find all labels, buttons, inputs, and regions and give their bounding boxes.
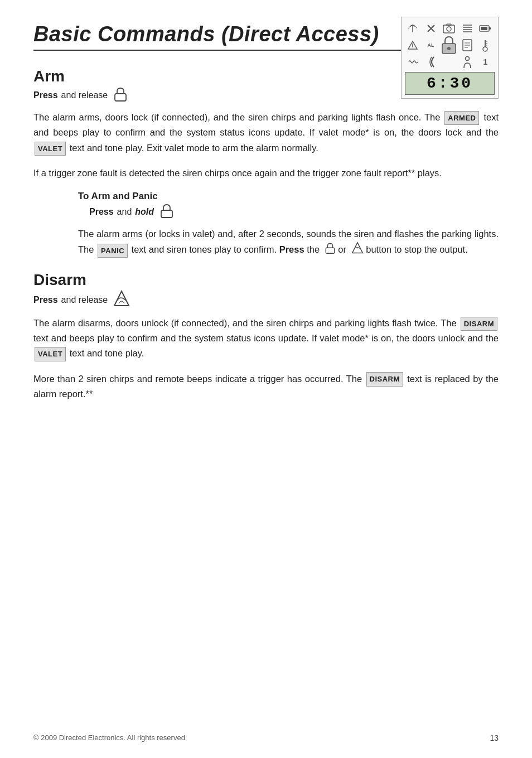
arm-panic-body: The alarm arms (or locks in valet) and, … — [78, 226, 499, 259]
icon-camera — [441, 21, 457, 36]
lock-icon-2 — [159, 203, 174, 221]
lock-icon-small — [325, 242, 336, 259]
icon-thermometer — [477, 37, 493, 53]
disarm-press-text: and release — [61, 295, 108, 305]
page-number: 13 — [490, 733, 499, 742]
arm-press-text: and release — [61, 90, 108, 100]
svg-point-4 — [447, 27, 451, 31]
disarm2-badge: DISARM — [366, 372, 403, 386]
siren-icon — [351, 242, 364, 259]
icon-doc — [460, 37, 475, 53]
icon-al: AL — [423, 37, 439, 53]
svg-point-16 — [447, 47, 451, 50]
svg-point-22 — [483, 47, 487, 51]
icon-battery — [477, 21, 493, 36]
svg-rect-11 — [489, 27, 491, 30]
arm-body-paragraph2: If a trigger zone fault is detected the … — [33, 166, 499, 181]
icon-lock-large — [441, 37, 457, 53]
icon-lines — [460, 21, 475, 36]
display-screen: 6:30 — [405, 72, 495, 95]
valet1-badge: VALET — [35, 142, 66, 156]
press-bold-inline: Press — [279, 245, 304, 255]
footer: © 2009 Directed Electronics. All rights … — [33, 733, 499, 742]
arm-panic-press-bold: Press — [89, 207, 114, 217]
arm-panic-the: the — [307, 245, 320, 255]
svg-rect-27 — [115, 94, 126, 101]
arm-press-bold: Press — [33, 90, 58, 100]
svg-marker-31 — [114, 291, 129, 306]
display-image: AL — [401, 17, 499, 99]
disarm-body-paragraph1: The alarm disarms, doors unlock (if conn… — [33, 316, 499, 361]
disarm-heading: Disarm — [33, 271, 499, 289]
arm-body-paragraph1: The alarm arms, doors lock (if connected… — [33, 110, 499, 156]
arm-panic-subsection: To Arm and Panic Press and hold The alar… — [56, 191, 499, 259]
panic-badge: PANIC — [98, 244, 128, 258]
arm-panic-and-text: and — [117, 207, 132, 217]
disarm-siren-icon — [113, 290, 130, 310]
arm-panic-or: or — [338, 245, 346, 255]
arm-panic-heading: To Arm and Panic — [78, 191, 499, 202]
copyright-text: © 2009 Directed Electronics. All rights … — [33, 733, 187, 742]
icon-up-arrow — [405, 37, 420, 53]
display-icons-grid: AL — [405, 21, 495, 70]
armed-badge: ARMED — [444, 111, 479, 125]
svg-rect-12 — [481, 27, 487, 30]
icon-x — [423, 21, 439, 36]
disarm-press-line: Press and release — [33, 290, 499, 310]
arm-press-line: Press and release — [33, 86, 390, 104]
icon-spacer — [441, 54, 457, 70]
arm-panic-hold-bold: hold — [135, 207, 154, 217]
arm-heading: Arm — [33, 67, 65, 85]
svg-rect-28 — [161, 210, 172, 218]
disarm-body-paragraph2: More than 2 siren chirps and remote beep… — [33, 371, 499, 402]
icon-digit-1: 1 — [477, 54, 493, 70]
svg-point-26 — [465, 57, 469, 61]
icon-person — [460, 54, 475, 70]
disarm-badge: DISARM — [461, 317, 497, 331]
lock-icon — [113, 86, 128, 104]
svg-rect-29 — [326, 248, 334, 254]
icon-sound-wave — [405, 54, 420, 70]
valet2-badge: VALET — [35, 347, 66, 361]
arm-panic-press-line: Press and hold — [89, 203, 499, 221]
svg-marker-30 — [352, 243, 362, 253]
disarm-section: Disarm Press and release The alarm disar… — [33, 271, 499, 402]
icon-antenna — [405, 21, 420, 36]
disarm-press-bold: Press — [33, 295, 58, 305]
svg-rect-3 — [443, 25, 454, 33]
icon-bracket-left — [423, 54, 439, 70]
